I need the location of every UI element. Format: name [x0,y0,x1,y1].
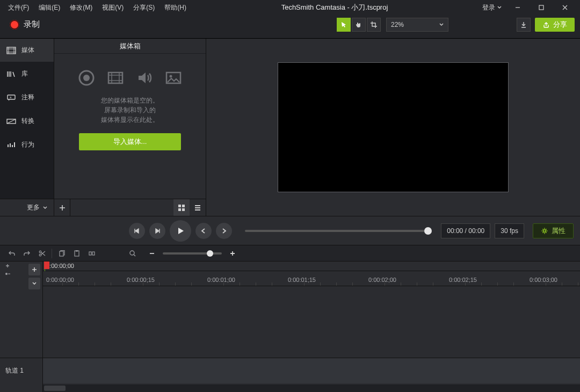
svg-rect-7 [108,72,122,83]
window-maximize[interactable] [530,0,553,15]
zoom-out-button[interactable] [147,248,157,259]
next-frame-button[interactable] [149,223,165,239]
download-button[interactable] [517,18,531,32]
annotation-icon: a [6,94,16,101]
empty-line: 屏幕录制和导入的 [101,105,159,115]
chevron-left-icon [200,228,207,234]
next-clip-button[interactable] [216,223,232,239]
paste-button[interactable] [71,248,82,259]
preview-canvas[interactable] [278,62,509,192]
step-fwd-icon [154,227,161,235]
cut-button[interactable] [37,248,47,259]
view-list-button[interactable] [190,199,206,216]
split-icon [88,250,96,257]
media-bin-panel: 媒体箱 您的媒体箱是空的。 屏幕录制和导入的 媒体将显示在此处。 导入媒体... [54,39,206,216]
timeline: 轨道 1 0:00:00;00 0:00:00;000:00:00;150:00… [0,261,580,392]
timeline-content[interactable]: 0:00:00;00 0:00:00;000:00:00;150:00:01;0… [43,262,580,392]
empty-line: 媒体将显示在此处。 [101,115,159,125]
chevron-down-icon [43,206,47,210]
properties-button[interactable]: 属性 [533,223,574,238]
track-row[interactable] [43,358,580,383]
paste-icon [73,250,81,257]
chevron-down-icon [497,5,502,10]
svg-rect-21 [92,252,95,255]
tool-cursor[interactable] [337,18,351,32]
search-icon [129,250,136,257]
timeline-zoom-track[interactable] [163,252,222,255]
menu-share[interactable]: 分享(S) [128,0,160,15]
tool-crop[interactable] [367,18,381,32]
share-label: 分享 [553,20,567,30]
empty-state-text: 您的媒体箱是空的。 屏幕录制和导入的 媒体将显示在此处。 [101,96,159,125]
play-button[interactable] [170,220,191,242]
tool-hand[interactable] [352,18,366,32]
prev-frame-button[interactable] [129,223,145,239]
share-icon [542,21,550,28]
collapse-tracks-button[interactable] [28,278,40,289]
canvas-zoom-select[interactable]: 22% [386,18,448,32]
transition-icon [6,118,16,125]
marker-point-icon[interactable] [4,271,11,277]
ruler-label: 0:00:02;15 [449,277,477,283]
plus-icon [229,250,236,257]
sidebar-item-behaviors[interactable]: 行为 [0,133,54,157]
list-icon [194,204,201,212]
timeline-scrollbar[interactable] [43,384,580,392]
sidebar-item-label: 行为 [21,140,34,149]
undo-button[interactable] [6,248,17,259]
menu-edit[interactable]: 编辑(E) [34,0,65,15]
login-link[interactable]: 登录 [478,3,506,12]
import-media-button[interactable]: 导入媒体... [79,133,181,150]
menu-view[interactable]: 视图(V) [97,0,128,15]
chevron-right-icon [221,228,227,234]
prev-clip-button[interactable] [195,223,212,239]
redo-button[interactable] [21,248,32,259]
playback-seek-track[interactable] [245,230,428,232]
window-minimize[interactable] [506,0,530,15]
record-circle-icon [77,69,96,87]
ruler-label: 0:00:01;15 [288,277,316,283]
svg-point-22 [130,251,134,255]
sidebar-item-annotations[interactable]: a 注释 [0,86,54,110]
sidebar-item-library[interactable]: 库 [0,62,54,86]
share-button[interactable]: 分享 [535,18,575,32]
svg-rect-1 [7,47,16,54]
login-label: 登录 [482,3,495,12]
tracks-area[interactable] [43,286,580,392]
view-grid-button[interactable] [173,199,190,216]
svg-rect-12 [178,208,181,211]
add-media-button[interactable] [54,199,70,216]
playback-seek-knob[interactable] [424,227,432,235]
menu-modify[interactable]: 修改(M) [65,0,97,15]
sidebar-item-media[interactable]: 媒体 [0,39,54,62]
window-close[interactable] [553,0,577,15]
menu-file[interactable]: 文件(F) [3,0,34,15]
split-button[interactable] [86,248,97,259]
track-label[interactable]: 轨道 1 [0,358,42,383]
marker-add-icon[interactable] [4,264,11,269]
copy-button[interactable] [56,248,67,259]
zoom-in-button[interactable] [227,248,238,259]
menu-help[interactable]: 帮助(H) [160,0,191,15]
plus-icon [31,266,38,273]
add-track-button[interactable] [28,264,40,275]
empty-state-icons [77,69,183,87]
timeline-ruler[interactable]: 0:00:00;000:00:00;150:00:01;000:00:01;15… [43,271,580,286]
playback-bar: 00:00 / 00:00 30 fps 属性 [0,216,580,245]
record-label: 录制 [24,19,40,30]
sidebar-item-transitions[interactable]: 转换 [0,110,54,133]
hand-icon [355,21,363,28]
properties-label: 属性 [552,226,566,236]
main-toolbar: 录制 22% 分享 [0,15,580,39]
undo-icon [8,250,16,257]
svg-rect-17 [60,251,63,256]
record-button[interactable]: 录制 [5,17,44,32]
ruler-label: 0:00:01;00 [207,277,235,283]
timeline-zoom-knob[interactable] [207,250,213,257]
timeline-scroll-thumb[interactable] [44,386,66,391]
sidebar: 媒体 库 a 注释 转换 行为 更多 [0,39,54,216]
film-icon [106,69,125,87]
sidebar-more[interactable]: 更多 [0,199,54,216]
panel-footer [54,199,206,216]
zoom-value: 22% [391,21,404,28]
